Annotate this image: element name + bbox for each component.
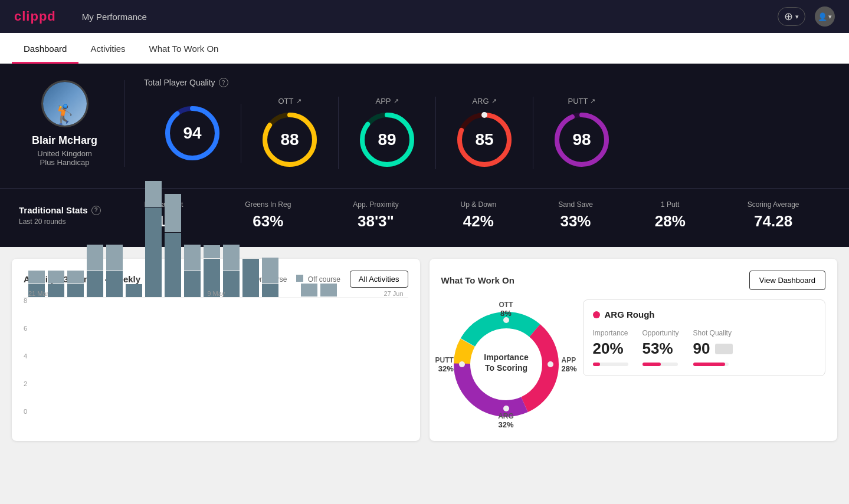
chart-x-labels: 21 Mar 9 May 27 Jun <box>28 290 404 297</box>
metrics-section: Total Player Quality ? 94 OTT ↗ <box>125 78 830 169</box>
info-metric-opportunity-bar-fill <box>643 363 661 366</box>
stat-greens-value: 63% <box>253 212 283 230</box>
y-label-2: 2 <box>24 380 27 387</box>
tabs: Dashboard Activities What To Work On <box>0 33 849 64</box>
stat-updown: Up & Down 42% <box>461 200 497 230</box>
metric-label-putt: PUTT ↗ <box>568 97 596 106</box>
stat-items: Fairways Hit 51% Greens In Reg 63% App. … <box>113 200 830 230</box>
info-metric-importance-bar-fill <box>593 363 600 366</box>
y-label-4: 4 <box>24 353 27 360</box>
stat-sandsave-value: 33% <box>560 212 591 230</box>
player-country: United Kingdom <box>37 149 92 158</box>
avatar-image: 🏌️ <box>43 82 87 126</box>
bottom-panels: Activity - 3 Months - Weekly On course O… <box>0 247 849 453</box>
activity-chart-panel: Activity - 3 Months - Weekly On course O… <box>12 259 420 441</box>
app-arrow-icon: ↗ <box>394 97 399 105</box>
wtwo-info-card: ARG Rough Importance 20% Opportunity 53% <box>583 299 826 376</box>
bar-group-9 <box>204 245 220 297</box>
legend-off-course-dot <box>296 275 303 282</box>
bar-off-9 <box>204 245 220 258</box>
bar-off-6 <box>145 181 162 207</box>
ring-ott: 88 <box>260 110 319 169</box>
bar-off-2 <box>67 271 84 284</box>
donut-dot-bottom <box>503 406 509 411</box>
tab-dashboard[interactable]: Dashboard <box>12 33 78 64</box>
total-quality-label: Total Player Quality ? <box>144 78 830 87</box>
donut-label-ott: OTT 8% <box>499 301 513 318</box>
donut-chart: Importance To Scoring OTT 8% APP 28% ARG… <box>441 299 571 429</box>
ring-ott-value: 88 <box>280 130 299 149</box>
info-metric-shotquality-bar-fill <box>693 363 725 366</box>
y-label-8: 8 <box>24 297 27 304</box>
ring-putt: 98 <box>552 110 611 169</box>
stat-updown-label: Up & Down <box>461 200 497 209</box>
donut-label-app: APP 28% <box>561 356 576 373</box>
stat-greens-label: Greens In Reg <box>245 200 291 209</box>
legend-off-course: Off course <box>296 275 340 284</box>
trad-stats-help-icon[interactable]: ? <box>91 206 101 215</box>
trad-stats: Traditional Stats ? Last 20 rounds Fairw… <box>0 188 849 247</box>
wtwo-title: What To Work On <box>441 275 514 285</box>
ott-arrow-icon: ↗ <box>296 97 301 105</box>
logo: clippd <box>14 9 56 24</box>
y-label-0: 0 <box>24 408 27 415</box>
all-activities-button[interactable]: All Activities <box>350 271 408 288</box>
bar-off-12 <box>262 258 278 284</box>
hero-section: 🏌️ Blair McHarg United Kingdom Plus Hand… <box>0 64 849 188</box>
stat-oneputt-value: 28% <box>655 212 686 230</box>
total-quality-help-icon[interactable]: ? <box>219 78 228 87</box>
metric-label-app: APP ↗ <box>375 97 398 106</box>
header-right: ⊕ ▾ 👤 ▾ <box>778 6 835 27</box>
bar-on-7 <box>165 233 181 297</box>
x-label-may: 9 May <box>207 290 225 297</box>
plus-icon: ⊕ <box>784 10 793 23</box>
trad-stats-title: Traditional Stats ? <box>19 205 113 215</box>
player-name: Blair McHarg <box>32 134 97 147</box>
avatar[interactable]: 👤 ▾ <box>815 6 835 27</box>
tab-activities[interactable]: Activities <box>78 33 137 64</box>
stat-scoring-value: 74.28 <box>754 212 792 230</box>
info-metric-opportunity-bar <box>643 363 678 366</box>
ring-arg-dot <box>481 112 487 118</box>
x-label-jun: 27 Jun <box>383 290 403 297</box>
info-metric-opportunity-value: 53% <box>643 340 679 358</box>
info-metric-importance-label: Importance <box>593 329 628 337</box>
player-handicap: Plus Handicap <box>40 158 90 167</box>
donut-label-putt: PUTT 32% <box>435 356 454 373</box>
ring-tpq: 94 <box>163 104 222 163</box>
ring-putt-value: 98 <box>572 130 591 149</box>
chart-grid <box>24 297 408 298</box>
donut-svg: Importance To Scoring <box>441 299 571 429</box>
metric-card-tpq: 94 <box>144 104 241 163</box>
donut-center-line2: To Scoring <box>484 363 527 373</box>
grid-line-2 <box>24 297 408 298</box>
ring-app-value: 89 <box>378 130 396 149</box>
trad-stats-label: Traditional Stats ? Last 20 rounds <box>19 205 113 226</box>
ring-arg-value: 85 <box>475 130 493 149</box>
y-label-6: 6 <box>24 325 27 332</box>
donut-dot-top <box>503 317 509 323</box>
donut-center-line1: Importance <box>484 353 529 362</box>
stat-oneputt-label: 1 Putt <box>661 200 679 209</box>
view-dashboard-button[interactable]: View Dashboard <box>749 271 825 290</box>
add-button[interactable]: ⊕ ▾ <box>778 7 805 26</box>
player-avatar: 🏌️ <box>41 80 88 127</box>
info-metric-shotquality-row: 90 <box>693 340 733 358</box>
bar-off-0 <box>28 271 45 284</box>
info-metric-importance-value: 20% <box>593 340 628 358</box>
tab-what-to-work-on[interactable]: What To Work On <box>137 33 231 64</box>
chart-area: 8 6 4 2 0 21 <box>24 297 408 427</box>
chart-y-labels: 8 6 4 2 0 <box>24 297 27 415</box>
info-metric-shotquality-label: Shot Quality <box>693 329 733 337</box>
metric-label-ott: OTT ↗ <box>278 97 301 106</box>
stat-oneputt: 1 Putt 28% <box>655 200 686 230</box>
ring-tpq-value: 94 <box>183 124 201 143</box>
wtwo-header: What To Work On View Dashboard <box>441 271 826 290</box>
bar-off-8 <box>184 245 201 271</box>
bar-on-6 <box>145 207 162 297</box>
player-info: 🏌️ Blair McHarg United Kingdom Plus Hand… <box>19 80 125 167</box>
bar-group-3 <box>87 245 103 297</box>
stat-sandsave: Sand Save 33% <box>558 200 593 230</box>
info-metric-shotquality-bar <box>693 363 729 366</box>
bar-off-1 <box>48 271 64 284</box>
